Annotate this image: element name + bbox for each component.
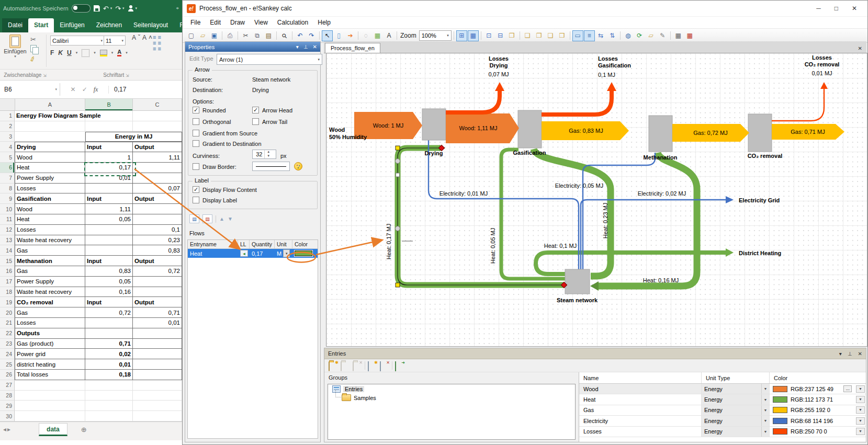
underline-button[interactable]: U	[67, 49, 72, 56]
cell-C20[interactable]: 0,71	[133, 307, 182, 318]
cell-A29[interactable]	[15, 401, 85, 411]
cell-C8[interactable]: 0,07	[133, 184, 182, 194]
row-header-3[interactable]: 3	[0, 132, 15, 142]
display-flow-content-checkbox[interactable]: ✓	[193, 186, 199, 193]
draw-border-checkbox[interactable]	[193, 163, 199, 170]
freeform-tool-icon[interactable]: ◌	[360, 30, 371, 41]
text-tool-icon[interactable]: A	[384, 30, 394, 41]
cell-B12[interactable]	[85, 225, 133, 235]
entry-row-electricity[interactable]: ElectricityEnergy▼RGB:68 114 196▼	[579, 416, 866, 426]
row-header-12[interactable]: 12	[0, 225, 15, 235]
menu-edit[interactable]: Edit	[205, 19, 226, 26]
delete-entry-icon[interactable]: ✕	[380, 362, 389, 370]
flow-row-heat[interactable]: Heat ◂ 0,17 M▼	[188, 249, 318, 258]
tab-close-icon[interactable]: ✕	[854, 45, 866, 53]
handle-corner-top[interactable]	[396, 146, 400, 150]
edit-calculation-icon[interactable]: ✎	[657, 30, 668, 41]
zoom-selection-icon[interactable]: ⊟	[495, 30, 506, 41]
cell-C16[interactable]: 0,72	[133, 266, 182, 277]
row-header-27[interactable]: 27	[0, 380, 15, 391]
row-header-2[interactable]: 2	[0, 121, 15, 132]
cell-B17[interactable]: 0,05	[85, 277, 133, 287]
column-header-A[interactable]: A	[15, 99, 85, 110]
sheet-tab-data[interactable]: data	[39, 423, 67, 436]
cell-A19[interactable]: CO₂ removal	[15, 297, 85, 307]
handle-curve-1[interactable]	[396, 159, 400, 164]
color-browse-button[interactable]: ...	[843, 385, 852, 392]
entry-color-cell[interactable]: RGB:250 70 0▼	[770, 427, 866, 437]
redo-icon[interactable]: ↷	[115, 5, 121, 12]
font-color-icon[interactable]: A	[117, 49, 121, 56]
cell-B19[interactable]: Input	[85, 297, 133, 307]
col-color[interactable]: Color	[770, 372, 866, 383]
cell-C17[interactable]	[133, 277, 182, 287]
zoom-page-icon[interactable]: ❐	[506, 30, 517, 41]
panel-close-icon[interactable]: ✕	[313, 44, 317, 50]
color-dropdown-icon[interactable]: ▼	[856, 396, 865, 403]
menu-file[interactable]: File	[186, 19, 205, 26]
curviness-spinner[interactable]: 32▲▼	[252, 150, 276, 159]
copy-icon[interactable]	[30, 45, 37, 52]
move-up-icon[interactable]: ▲	[219, 216, 224, 222]
cell-C21[interactable]: 0,01	[133, 318, 182, 328]
entry-name[interactable]: Gas	[579, 405, 702, 415]
entry-row-gas[interactable]: GasEnergy▼RGB:255 192 0▼	[579, 405, 866, 416]
node-steam-network[interactable]	[565, 269, 590, 294]
cell-C1[interactable]	[133, 111, 182, 121]
cell-C9[interactable]: Output	[133, 193, 182, 204]
gradient-source-checkbox[interactable]	[193, 130, 199, 136]
cell-B30[interactable]	[85, 411, 133, 421]
cell-A20[interactable]: Gas	[15, 307, 85, 318]
node-co2-removal[interactable]	[748, 114, 772, 152]
cell-B27[interactable]	[85, 380, 133, 391]
cell-B13[interactable]	[85, 235, 133, 246]
row-header-24[interactable]: 24	[0, 349, 15, 359]
entries-pin-icon[interactable]: ⊥	[848, 351, 852, 357]
cell-B4[interactable]: Input	[85, 142, 133, 152]
unit-type-dropdown[interactable]: Energy▼	[702, 384, 770, 394]
handle-mid[interactable]	[396, 173, 400, 177]
refresh-links-icon[interactable]: ⟳	[634, 30, 645, 41]
confirm-entry-icon[interactable]: ✓	[82, 86, 87, 94]
dialog-launcher-icon[interactable]: ⇲	[126, 73, 129, 78]
display-label-checkbox[interactable]	[193, 197, 199, 203]
font-size-combo[interactable]: 11▾	[104, 36, 126, 45]
cell-C23[interactable]	[133, 339, 182, 349]
cell-B21[interactable]	[85, 318, 133, 328]
cell-B8[interactable]	[85, 184, 133, 194]
show-values-icon[interactable]: ▭	[572, 30, 583, 41]
rounded-checkbox[interactable]: ✓	[193, 107, 199, 113]
close-button[interactable]: ✕	[852, 5, 857, 12]
col-ll[interactable]: LL	[238, 240, 250, 248]
node-drying[interactable]	[422, 109, 446, 140]
bring-to-front-icon[interactable]: ❑	[545, 30, 556, 41]
cell-B6[interactable]: 0,17	[85, 163, 133, 173]
alignment-icons[interactable]: ≡ ≡≡ ≡≡ ≡	[153, 35, 180, 52]
new-group-icon[interactable]: ✱	[329, 362, 338, 370]
row-header-22[interactable]: 22	[0, 328, 15, 339]
send-to-back-icon[interactable]: ❒	[557, 30, 568, 41]
cell-B9[interactable]: Input	[85, 193, 133, 204]
font-name-combo[interactable]: Calibri▾	[50, 36, 105, 45]
sheet-nav-right-icon[interactable]: ▸	[7, 426, 10, 433]
zoom-combo[interactable]: 100%▾	[419, 30, 452, 41]
node-methanation[interactable]	[649, 116, 672, 152]
flow-losses-drying[interactable]	[446, 90, 500, 112]
ribbon-tab-start[interactable]: Start	[28, 18, 54, 32]
sankey-canvas[interactable]: Wood 50% Humidity Wood: 1 MJ Wood: 1,11 …	[326, 53, 867, 347]
row-header-26[interactable]: 26	[0, 370, 15, 380]
arrow-head-checkbox[interactable]: ✓	[252, 107, 259, 113]
flow-heat-005[interactable]	[501, 150, 565, 279]
entry-row-losses[interactable]: LossesEnergy▼RGB:250 70 0▼	[579, 427, 866, 437]
orientation-icon[interactable]: ⇅	[607, 30, 618, 41]
cell-A9[interactable]: Gasification	[15, 193, 85, 204]
entry-row-heat[interactable]: HeatEnergy▼RGB:112 173 71▼	[579, 394, 866, 405]
dialog-launcher-icon[interactable]: ⇲	[43, 73, 47, 78]
cell-A15[interactable]: Methanation	[15, 256, 85, 266]
cell-A3[interactable]	[15, 132, 85, 142]
row-header-19[interactable]: 19	[0, 297, 15, 307]
name-box[interactable]: B6▾	[0, 83, 60, 96]
cell-C7[interactable]	[133, 173, 182, 184]
cell-A23[interactable]: Gas (product)	[15, 339, 85, 349]
undo-icon[interactable]: ↶	[103, 5, 109, 12]
